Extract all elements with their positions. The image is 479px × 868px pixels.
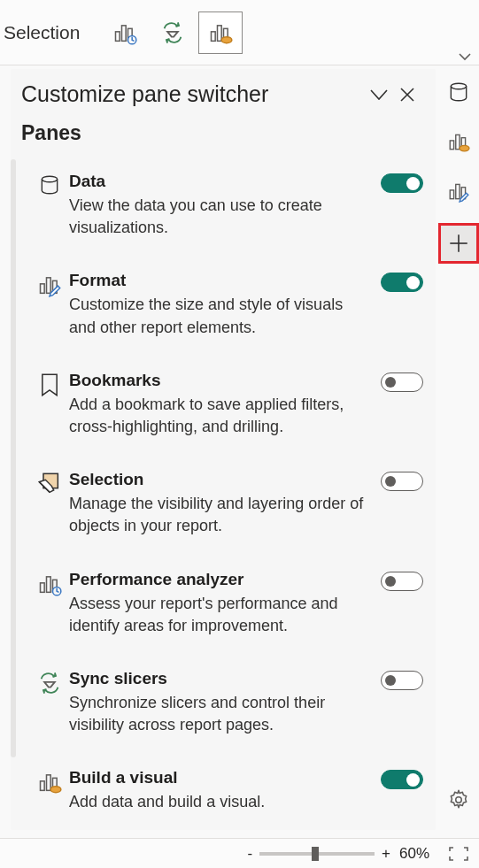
svg-rect-14 xyxy=(456,184,460,198)
pane-item-title: Performance analyzer xyxy=(69,570,370,589)
pane-item-toggle[interactable] xyxy=(381,373,423,392)
pane-item-toggle[interactable] xyxy=(381,273,423,292)
pane-item-icon xyxy=(30,470,69,537)
pane-item-title: Bookmarks xyxy=(69,371,370,390)
svg-point-18 xyxy=(456,797,462,803)
status-bar: - + 60% xyxy=(0,838,479,868)
pane-item-description: View the data you can use to create visu… xyxy=(69,195,370,239)
pane-item-toggle[interactable] xyxy=(381,173,423,193)
pane-item-icon xyxy=(30,271,69,338)
rail-data-button[interactable] xyxy=(441,74,476,110)
svg-point-12 xyxy=(460,145,469,151)
svg-rect-31 xyxy=(47,775,51,791)
zoom-slider[interactable] xyxy=(259,852,375,856)
pane-item: DataView the data you can use to create … xyxy=(30,159,423,258)
pane-item-toggle-wrap xyxy=(381,371,423,438)
svg-point-7 xyxy=(222,36,233,42)
pane-item: Performance analyzerAssess your report's… xyxy=(30,557,423,657)
pane-item-toggle-wrap xyxy=(381,172,423,239)
pane-item-toggle-wrap xyxy=(381,470,423,537)
pane-item-body: Build a visualAdd data and build a visua… xyxy=(69,768,381,813)
rail-format-button[interactable] xyxy=(441,173,476,209)
pane-item-toggle-wrap xyxy=(381,570,423,637)
pane-item-body: DataView the data you can use to create … xyxy=(69,172,381,239)
rail-build-visual-button[interactable] xyxy=(441,124,476,159)
pane-item-description: Add data and build a visual. xyxy=(69,791,370,813)
svg-point-8 xyxy=(451,83,466,89)
pane-item-icon xyxy=(30,570,69,637)
pane-item-body: Sync slicersSynchronize slicers and cont… xyxy=(69,669,381,736)
panel-header: Customize pane switcher xyxy=(11,69,436,112)
panel-scroll-area: DataView the data you can use to create … xyxy=(11,159,436,830)
svg-point-33 xyxy=(50,787,61,793)
pane-item-description: Add a bookmark to save applied filters, … xyxy=(69,394,370,438)
pane-item-body: SelectionManage the visibility and layer… xyxy=(69,470,381,537)
svg-rect-10 xyxy=(456,134,460,149)
zoom-out-button[interactable]: - xyxy=(247,845,252,863)
toolbar-overflow-chevron[interactable] xyxy=(458,52,472,61)
pane-item-title: Sync slicers xyxy=(69,669,370,688)
pane-item-toggle-wrap xyxy=(381,768,423,813)
svg-point-21 xyxy=(42,176,57,182)
pane-item-description: Manage the visibility and layering order… xyxy=(69,493,370,537)
svg-rect-0 xyxy=(116,31,120,41)
customize-pane-panel: Customize pane switcher Panes DataView t… xyxy=(11,69,436,830)
pane-item-description: Synchronize slicers and control their vi… xyxy=(69,692,370,736)
pane-item: SelectionManage the visibility and layer… xyxy=(30,457,423,557)
pane-item: FormatCustomize the size and style of vi… xyxy=(30,258,423,357)
zoom-in-button[interactable]: + xyxy=(382,845,390,863)
pane-item-icon xyxy=(30,768,69,813)
pane-item: BookmarksAdd a bookmark to save applied … xyxy=(30,358,423,457)
pane-item-toggle-wrap xyxy=(381,669,423,736)
pane-item-toggle-wrap xyxy=(381,271,423,338)
pane-item-toggle[interactable] xyxy=(381,472,423,491)
pane-item-description: Assess your report's performance and ide… xyxy=(69,593,370,637)
pane-item-toggle[interactable] xyxy=(381,572,423,591)
svg-rect-1 xyxy=(122,25,127,41)
pane-item-title: Selection xyxy=(69,470,370,489)
svg-rect-4 xyxy=(212,31,216,41)
pane-item-icon xyxy=(30,669,69,736)
scrollbar[interactable] xyxy=(11,159,16,757)
pane-item-title: Data xyxy=(69,172,370,191)
sync-slicers-button[interactable] xyxy=(151,12,195,54)
svg-rect-27 xyxy=(47,576,51,592)
build-visual-button[interactable] xyxy=(198,12,243,54)
pane-item-toggle[interactable] xyxy=(381,770,423,789)
right-rail xyxy=(438,65,479,264)
panel-subtitle: Panes xyxy=(11,112,436,159)
collapse-button[interactable] xyxy=(367,82,391,107)
pane-item-title: Format xyxy=(69,271,370,290)
rail-add-button[interactable] xyxy=(438,223,479,264)
pane-item-icon xyxy=(30,172,69,239)
pane-item-body: BookmarksAdd a bookmark to save applied … xyxy=(69,371,381,438)
pane-item-title: Build a visual xyxy=(69,768,370,787)
svg-rect-30 xyxy=(41,781,45,791)
perf-analyzer-button[interactable] xyxy=(103,12,147,54)
panel-title: Customize pane switcher xyxy=(21,81,363,107)
svg-rect-13 xyxy=(450,190,453,199)
pane-item-icon xyxy=(30,371,69,438)
zoom-slider-thumb[interactable] xyxy=(312,847,319,861)
pane-item-description: Customize the size and style of visuals … xyxy=(69,294,370,338)
svg-rect-22 xyxy=(41,284,45,294)
top-toolbar: Selection xyxy=(0,0,479,65)
svg-rect-23 xyxy=(47,278,51,294)
rail-settings-button[interactable] xyxy=(441,782,476,818)
pane-item: Build a visualAdd data and build a visua… xyxy=(30,756,423,830)
toolbar-label: Selection xyxy=(4,22,80,43)
svg-rect-26 xyxy=(41,582,45,592)
zoom-percentage: 60% xyxy=(399,845,438,863)
pane-item: Sync slicersSynchronize slicers and cont… xyxy=(30,657,423,756)
svg-rect-9 xyxy=(450,141,453,150)
pane-item-body: Performance analyzerAssess your report's… xyxy=(69,570,381,637)
pane-item-toggle[interactable] xyxy=(381,671,423,690)
svg-rect-5 xyxy=(218,25,222,41)
close-button[interactable] xyxy=(395,82,420,107)
zoom-control: - + xyxy=(247,845,390,863)
pane-item-body: FormatCustomize the size and style of vi… xyxy=(69,271,381,338)
fit-to-page-button[interactable] xyxy=(447,845,470,863)
pane-list: DataView the data you can use to create … xyxy=(11,159,436,830)
